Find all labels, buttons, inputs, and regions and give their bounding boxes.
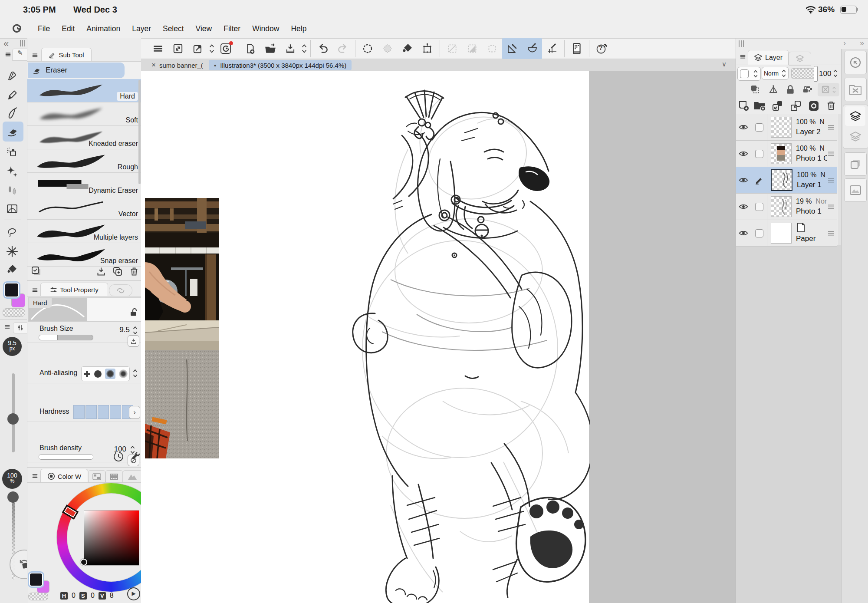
touch-gesture-button[interactable] bbox=[188, 39, 208, 58]
menu-layer[interactable]: Layer bbox=[132, 24, 151, 33]
sub-tool-item-soft[interactable]: Soft bbox=[27, 102, 141, 126]
tool-pencil[interactable] bbox=[3, 85, 22, 103]
deselect-button[interactable] bbox=[378, 39, 398, 58]
layer-checkbox[interactable] bbox=[751, 114, 767, 140]
sub-tool-item-hard[interactable]: Hard bbox=[27, 79, 141, 102]
blend-mode-combo[interactable]: Norm bbox=[762, 67, 789, 80]
brush-size-slider[interactable] bbox=[12, 373, 15, 452]
blend-swatch-combo[interactable] bbox=[737, 67, 761, 81]
navigator-palette-button[interactable] bbox=[844, 178, 867, 202]
lock-layer-icon[interactable] bbox=[786, 84, 795, 95]
canvas-area[interactable] bbox=[141, 71, 736, 603]
snap-grid-button[interactable] bbox=[542, 39, 562, 58]
layer-mask-button[interactable] bbox=[808, 100, 819, 112]
new-layer-button[interactable] bbox=[738, 100, 750, 112]
layer-thumbnail[interactable] bbox=[771, 223, 792, 244]
clip-studio-button[interactable] bbox=[216, 39, 236, 58]
tool-strip-tab[interactable]: ✎ bbox=[12, 49, 28, 61]
companion-mode-button[interactable] bbox=[567, 39, 587, 58]
sv-square[interactable] bbox=[84, 510, 139, 566]
duplicate-subtool-icon[interactable] bbox=[112, 266, 123, 277]
tab-close-icon[interactable]: × bbox=[151, 61, 156, 69]
layer-tab[interactable]: Layer bbox=[748, 50, 789, 65]
layer-drag-handle[interactable] bbox=[827, 231, 835, 236]
tool-decoration[interactable] bbox=[3, 162, 22, 181]
aa-strong-icon[interactable] bbox=[119, 369, 128, 378]
layer-row-layer1-selected[interactable]: 100 % N Layer 1 bbox=[736, 167, 837, 194]
multi-select-icon[interactable] bbox=[31, 266, 42, 277]
material-palette-button[interactable] bbox=[844, 78, 867, 101]
fill-selection-button[interactable] bbox=[398, 39, 418, 58]
sub-tool-group-eraser[interactable]: Eraser bbox=[28, 63, 125, 78]
sub-tool-item-snap-eraser[interactable]: Snap eraser bbox=[27, 243, 141, 267]
layer-drag-handle[interactable] bbox=[827, 204, 835, 210]
foreground-color-swatch[interactable] bbox=[4, 283, 19, 297]
merge-down-button[interactable] bbox=[790, 100, 802, 112]
visibility-eye-icon[interactable] bbox=[736, 220, 751, 246]
aa-weak-icon[interactable] bbox=[94, 370, 102, 378]
layer-checkbox[interactable] bbox=[751, 141, 767, 167]
toolbar-stepper-2-icon[interactable] bbox=[300, 39, 308, 58]
tool-brush[interactable] bbox=[3, 104, 22, 122]
tab-list-chevron-icon[interactable]: ∨ bbox=[722, 60, 727, 68]
transform-button[interactable] bbox=[418, 39, 437, 58]
menu-window[interactable]: Window bbox=[252, 24, 279, 33]
slider-panel-menu-icon[interactable] bbox=[4, 324, 10, 330]
layer-palette-button-active[interactable] bbox=[845, 106, 865, 126]
sub-tool-item-vector[interactable]: Vector bbox=[27, 196, 141, 220]
layer-checkbox[interactable] bbox=[751, 194, 767, 220]
layer-drag-handle[interactable] bbox=[827, 151, 835, 157]
color-panel-menu-icon[interactable] bbox=[32, 473, 38, 479]
sub-tool-menu-icon[interactable] bbox=[32, 52, 38, 59]
color-history-tab[interactable] bbox=[105, 470, 123, 483]
redo-button[interactable] bbox=[333, 39, 353, 58]
layer-row-photo1-copy[interactable]: 100 % N Photo 1 Co bbox=[736, 141, 837, 167]
layer-opacity-stepper-icon[interactable] bbox=[833, 69, 838, 78]
save-button[interactable] bbox=[280, 39, 300, 58]
tool-airbrush[interactable] bbox=[3, 143, 22, 161]
dock-handle-icon[interactable] bbox=[20, 40, 25, 46]
right-dock-handle-icon[interactable] bbox=[739, 40, 744, 47]
clip-to-layer-icon[interactable] bbox=[750, 84, 760, 95]
menu-view[interactable]: View bbox=[196, 24, 212, 33]
dock-expand-icon[interactable]: » bbox=[860, 39, 864, 48]
quick-access-button[interactable] bbox=[844, 51, 867, 74]
material-disabled-button[interactable] bbox=[462, 39, 482, 58]
snap-ruler-button[interactable] bbox=[502, 39, 522, 58]
aa-none-icon[interactable] bbox=[83, 370, 91, 378]
layer-thumbnail[interactable] bbox=[771, 196, 792, 217]
color-wheel-tab[interactable]: Color W bbox=[40, 469, 88, 483]
tool-pen[interactable] bbox=[3, 66, 22, 84]
visibility-eye-icon[interactable] bbox=[736, 167, 751, 193]
visibility-eye-icon[interactable] bbox=[736, 194, 751, 220]
help-button[interactable]: ? bbox=[592, 39, 612, 58]
cw-transparent-swatch[interactable] bbox=[28, 593, 48, 600]
slider-panel-tab[interactable] bbox=[13, 322, 28, 333]
new-folder-button[interactable] bbox=[753, 100, 766, 111]
layer-thumbnail[interactable] bbox=[771, 117, 792, 138]
menu-file[interactable]: File bbox=[38, 24, 50, 33]
layer-property-button[interactable] bbox=[845, 127, 865, 146]
delete-layer-button[interactable] bbox=[825, 100, 837, 111]
menu-animation[interactable]: Animation bbox=[86, 24, 120, 33]
enable-mask-icon[interactable] bbox=[818, 83, 839, 96]
open-file-button[interactable] bbox=[260, 39, 280, 58]
toolbar-stepper-1-icon[interactable] bbox=[208, 39, 216, 58]
reference-layer-icon[interactable] bbox=[768, 84, 779, 95]
sub-tool-item-dynamic-eraser[interactable]: Dynamic Eraser bbox=[27, 173, 141, 196]
sync-settings-button[interactable] bbox=[109, 284, 132, 297]
sketch-drawing[interactable] bbox=[260, 71, 590, 603]
layer-row-layer2[interactable]: 100 % N Layer 2 bbox=[736, 114, 837, 141]
lock-transparent-pixels-icon[interactable] bbox=[802, 84, 812, 95]
layer-thumbnail[interactable] bbox=[771, 143, 792, 164]
layer-drag-handle[interactable] bbox=[827, 125, 835, 130]
layer-drag-handle[interactable] bbox=[827, 178, 835, 183]
visibility-eye-icon[interactable] bbox=[736, 114, 751, 140]
crop-disabled-button[interactable] bbox=[442, 39, 462, 58]
menu-filter[interactable]: Filter bbox=[224, 24, 240, 33]
layer-search-tab[interactable] bbox=[789, 52, 811, 66]
tool-strip-menu-icon[interactable] bbox=[5, 51, 11, 58]
undo-button[interactable] bbox=[313, 39, 333, 58]
anti-aliasing-stepper-icon[interactable] bbox=[132, 368, 138, 379]
hsv-mode-toggle[interactable]: ▶ bbox=[127, 587, 140, 600]
